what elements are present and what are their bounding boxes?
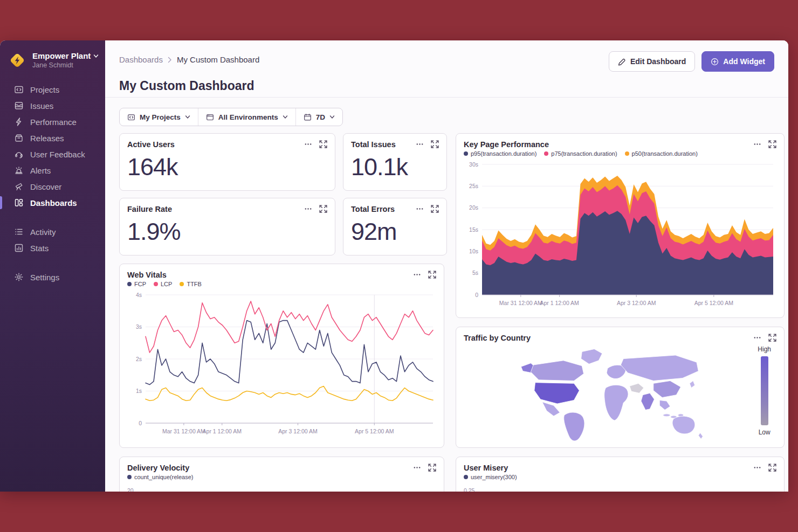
environments-filter[interactable]: All Environments [198,108,296,126]
sidebar-item-alerts[interactable]: Alerts [0,162,105,178]
more-options-icon[interactable] [304,140,312,148]
svg-text:30s: 30s [469,161,478,168]
svg-text:5s: 5s [472,270,478,276]
chart-legend: count_unique(release) [127,474,436,480]
chart-legend: p95(transaction.duration) p75(transactio… [464,150,776,157]
widget-title: Key Page Performance [464,140,549,149]
chart-legend: FCP LCP TTFB [127,281,436,287]
sidebar-item-dashboards[interactable]: Dashboards [0,195,105,211]
widget-active-users: Active Users 164k [119,133,335,191]
svg-text:Apr 3 12:00 AM: Apr 3 12:00 AM [278,428,317,434]
widget-total-issues: Total Issues 10.1k [343,133,447,191]
svg-text:20s: 20s [469,204,478,211]
environments-icon [206,113,214,121]
add-widget-button[interactable]: Add Widget [701,51,774,72]
activity-icon [14,227,24,237]
app-window: Empower Plant Jane Schmidt Projects Issu… [0,40,788,492]
more-options-icon[interactable] [753,464,761,472]
sidebar-item-user-feedback[interactable]: User Feedback [0,146,105,162]
widget-title: User Misery [464,464,508,472]
widget-title: Total Errors [351,205,395,213]
discover-icon [14,182,24,191]
plus-circle-icon [711,58,719,66]
expand-icon[interactable] [319,205,327,213]
svg-text:10s: 10s [469,248,478,254]
key-page-performance-chart[interactable]: 05s10s15s20s25s30sMar 31 12:00 AMApr 1 1… [464,159,776,308]
chevron-down-icon [329,114,335,120]
projects-filter-icon [127,113,135,121]
active-indicator [0,196,2,209]
expand-icon[interactable] [768,334,776,342]
more-options-icon[interactable] [753,140,761,148]
expand-icon[interactable] [319,140,327,148]
expand-icon[interactable] [431,140,439,148]
widget-traffic-by-country: Traffic by Country [456,327,785,448]
expand-icon[interactable] [768,140,776,148]
user-feedback-icon [14,149,24,159]
expand-icon[interactable] [428,464,436,472]
svg-text:3s: 3s [136,323,142,330]
org-logo-icon [8,51,26,70]
more-options-icon[interactable] [413,271,421,279]
projects-filter[interactable]: My Projects [120,108,198,126]
svg-text:Apr 1 12:00 AM: Apr 1 12:00 AM [203,428,242,434]
chart-legend: user_misery(300) [464,474,776,480]
performance-icon [14,117,24,127]
svg-text:Apr 1 12:00 AM: Apr 1 12:00 AM [540,300,579,306]
sidebar-item-stats[interactable]: Stats [0,240,105,256]
releases-icon [14,133,24,143]
sidebar-item-label: Dashboards [30,198,77,208]
widget-title: Failure Rate [127,205,172,213]
sidebar-item-performance[interactable]: Performance [0,114,105,130]
more-options-icon[interactable] [753,334,761,342]
issues-icon [14,101,24,110]
legend-dot-p50 [625,151,629,156]
legend-label: LCP [161,281,172,287]
total-errors-value: 92m [351,218,439,246]
sidebar-item-label: Releases [30,134,64,143]
svg-text:Apr 3 12:00 AM: Apr 3 12:00 AM [617,300,656,306]
sidebar-item-label: Alerts [30,166,51,175]
widget-total-errors: Total Errors 92m [343,198,447,255]
more-options-icon[interactable] [416,205,424,213]
web-vitals-chart[interactable]: 01s2s3s4sMar 31 12:00 AMApr 1 12:00 AMAp… [127,289,436,436]
svg-text:1s: 1s [136,388,142,394]
scale-gradient-bar [761,356,768,425]
expand-icon[interactable] [428,271,436,279]
legend-label: FCP [134,281,146,287]
sidebar-item-discover[interactable]: Discover [0,178,105,195]
expand-icon[interactable] [768,464,776,472]
sidebar-item-projects[interactable]: Projects [0,81,105,98]
more-options-icon[interactable] [304,205,312,213]
more-options-icon[interactable] [413,464,421,472]
svg-text:25s: 25s [469,183,478,189]
sidebar-item-activity[interactable]: Activity [0,224,105,240]
y-axis-tick-partial: 20 [127,487,134,492]
alerts-icon [14,165,24,175]
edit-dashboard-button[interactable]: Edit Dashboard [609,51,695,72]
legend-label: p50(transaction.duration) [632,150,698,157]
chevron-down-icon [93,53,99,59]
map-color-scale: High Low [758,346,771,436]
sidebar-item-label: Stats [30,244,49,253]
sidebar-item-releases[interactable]: Releases [0,130,105,146]
svg-text:2s: 2s [136,356,142,362]
edit-dashboard-label: Edit Dashboard [630,57,686,66]
date-range-filter[interactable]: 7D [296,108,342,126]
legend-dot-lcp [154,282,158,286]
breadcrumb-root[interactable]: Dashboards [119,55,163,64]
more-options-icon[interactable] [416,140,424,148]
sidebar-item-issues[interactable]: Issues [0,98,105,114]
org-switcher[interactable]: Empower Plant Jane Schmidt [0,51,105,70]
svg-text:0: 0 [139,420,142,426]
calendar-icon [304,113,312,121]
widget-title: Active Users [127,140,175,149]
legend-label: user_misery(300) [471,474,517,480]
world-map[interactable] [496,346,723,443]
sidebar-item-label: Settings [30,273,59,282]
scale-high-label: High [758,346,771,353]
expand-icon[interactable] [431,205,439,213]
active-users-value: 164k [127,153,327,181]
sidebar-item-label: Issues [30,101,53,110]
sidebar-item-settings[interactable]: Settings [0,269,105,285]
